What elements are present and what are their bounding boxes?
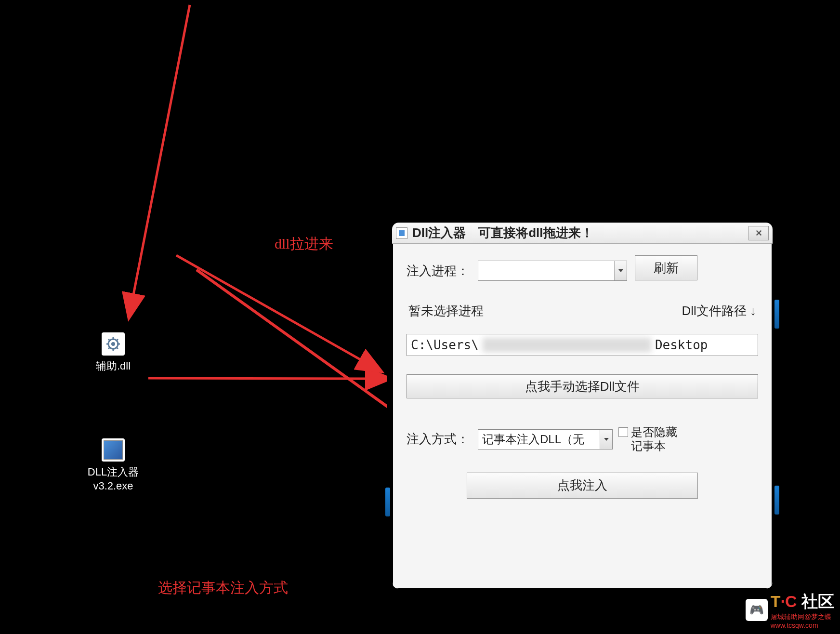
no-process-text: 暂未选择进程 <box>408 303 484 319</box>
method-label: 注入方式： <box>407 431 469 448</box>
hide-notepad-label: 是否隐藏 记事本 <box>631 425 677 453</box>
window-accent <box>774 486 779 515</box>
window-body: 注入进程： 刷新 暂未选择进程 Dll文件路径 ↓ C:\Users\ Desk… <box>392 244 773 589</box>
desktop-icon-exe[interactable]: DLL注入器 v3.2.exe <box>79 438 147 493</box>
svg-line-1 <box>129 5 190 317</box>
exe-icon-label: DLL注入器 v3.2.exe <box>88 465 139 493</box>
svg-line-3 <box>176 255 381 371</box>
path-redacted <box>483 338 651 352</box>
chevron-down-icon[interactable] <box>614 261 627 280</box>
watermark-brand: T·C 社区 <box>771 591 834 613</box>
window-accent <box>774 300 779 329</box>
hide-notepad-checkbox[interactable] <box>618 427 628 437</box>
watermark-icon: 🎮 <box>746 599 768 621</box>
desktop-icon-dll[interactable]: 辅助.dll <box>79 332 147 373</box>
window-accent <box>385 488 390 516</box>
process-label: 注入进程： <box>407 263 472 279</box>
chevron-down-icon[interactable] <box>600 430 612 449</box>
dll-icon-label: 辅助.dll <box>96 359 131 373</box>
svg-line-2 <box>148 378 389 379</box>
info-row: 暂未选择进程 Dll文件路径 ↓ <box>407 303 758 319</box>
dll-file-icon <box>102 332 125 356</box>
refresh-button[interactable]: 刷新 <box>635 255 697 280</box>
dll-path-display[interactable]: C:\Users\ Desktop <box>407 334 758 356</box>
svg-point-6 <box>111 342 115 346</box>
watermark-url: www.tcsqw.com <box>771 621 834 629</box>
watermark: 🎮 T·C 社区 屠城辅助网@梦之蝶 www.tcsqw.com <box>746 591 834 629</box>
title-bar[interactable]: Dll注入器 可直接将dll拖进来！ ✕ <box>392 223 773 244</box>
process-combo[interactable] <box>478 261 627 281</box>
method-combo[interactable]: 记事本注入DLL（无 <box>478 429 613 449</box>
window-title: Dll注入器 可直接将dll拖进来！ <box>412 225 748 241</box>
exe-file-icon <box>102 438 125 462</box>
inject-button[interactable]: 点我注入 <box>467 473 698 499</box>
dll-injector-window: Dll注入器 可直接将dll拖进来！ ✕ 注入进程： 刷新 暂未选择进程 Dll… <box>387 218 777 594</box>
manual-select-dll-button[interactable]: 点我手动选择Dll文件 <box>407 374 758 398</box>
method-row: 注入方式： 记事本注入DLL（无 是否隐藏 记事本 <box>407 425 758 453</box>
dll-path-label: Dll文件路径 ↓ <box>682 303 756 319</box>
annotation-drag-dll: dll拉进来 <box>275 234 333 254</box>
hide-notepad-wrap: 是否隐藏 记事本 <box>618 425 677 453</box>
watermark-subtitle: 屠城辅助网@梦之蝶 <box>771 613 834 621</box>
app-icon <box>396 227 407 239</box>
process-row: 注入进程： 刷新 <box>407 258 758 283</box>
annotation-select-method: 选择记事本注入方式 <box>158 578 288 598</box>
close-button[interactable]: ✕ <box>748 226 769 240</box>
